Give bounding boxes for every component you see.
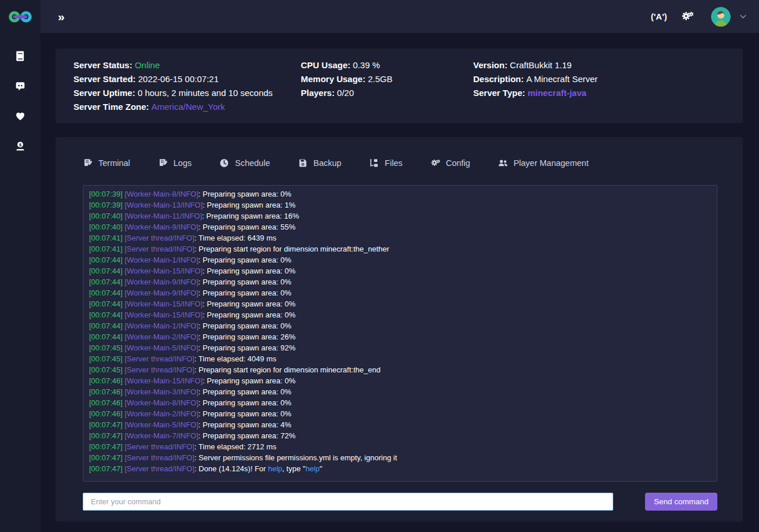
tab-backup[interactable]: Backup [298,158,341,168]
log-thread: [Worker-Main-11/INFO] [123,212,202,220]
log-thread: [Worker-Main-8/INFO] [123,190,198,198]
status-value: 0 hours, 2 minutes and 10 seconds [138,88,272,98]
command-input[interactable] [83,493,613,511]
sidebar-item-heart[interactable] [0,101,40,131]
backup-icon [298,158,308,168]
log-line: [00:07:44] [Worker-Main-2/INFO]: Prepari… [89,331,711,342]
tab-label: Backup [314,158,341,168]
tab-label: Player Management [514,158,589,168]
svg-text:$: $ [19,142,21,147]
crafty-logo-icon [8,9,32,24]
log-thread: [Worker-Main-9/INFO] [123,278,198,286]
log-timestamp: [00:07:47] [89,464,123,473]
log-thread: [Worker-Main-15/INFO] [123,267,202,275]
log-message: : Preparing spawn area: 0% [202,376,295,385]
language-icon[interactable]: ('A') [651,12,667,21]
log-timestamp: [00:07:41] [89,245,123,253]
log-message: : Preparing spawn area: 0% [198,409,291,418]
log-message: : Preparing spawn area: 92% [198,343,296,352]
heart-icon [15,111,25,121]
sidebar-nav: $ [0,41,40,161]
app-logo[interactable] [0,0,40,33]
send-command-button[interactable]: Send command [645,493,717,511]
tab-config[interactable]: Config [430,158,470,168]
tab-logs[interactable]: Logs [158,158,191,168]
tab-label: Files [385,158,403,168]
tab-label: Schedule [235,158,270,168]
log-line: [00:07:39] [Worker-Main-13/INFO]: Prepar… [89,200,711,210]
terminal-output[interactable]: [00:07:39] [Worker-Main-8/INFO]: Prepari… [83,185,717,482]
log-timestamp: [00:07:44] [89,311,123,319]
status-row: Server Uptime: 0 hours, 2 minutes and 10… [73,86,301,100]
log-timestamp: [00:07:44] [89,332,123,341]
log-message: : Preparing spawn area: 0% [198,278,291,286]
help-link[interactable]: help [268,464,282,473]
log-line: [00:07:44] [Worker-Main-15/INFO]: Prepar… [89,265,711,276]
log-message: : Preparing spawn area: 55% [198,223,296,231]
log-timestamp: [00:07:47] [89,420,123,429]
log-timestamp: [00:07:44] [89,278,123,286]
topbar: » ('A') [40,0,759,33]
log-thread: [Server thread/INFO] [123,234,194,242]
log-timestamp: [00:07:44] [89,322,123,330]
status-label: Server Time Zone: [73,102,152,112]
log-line: [00:07:47] [Server thread/INFO]: Server … [89,452,711,463]
status-value[interactable]: minecraft-java [528,88,587,98]
log-timestamp: [00:07:44] [89,300,123,308]
tab-files[interactable]: Files [369,158,403,168]
status-value: Online [135,60,160,70]
tab-schedule[interactable]: Schedule [219,158,270,168]
sidebar-item-discord[interactable] [0,71,40,101]
status-value[interactable]: America/New_York [152,102,225,112]
log-thread: [Worker-Main-1/INFO] [123,256,198,264]
sidebar-collapse-toggle[interactable]: » [58,10,64,23]
server-status-card: Server Status: OnlineServer Started: 202… [56,49,743,123]
help-link[interactable]: help [305,464,320,473]
log-timestamp: [00:07:44] [89,267,123,275]
log-message: , type " [282,464,305,473]
status-row: CPU Usage: 0.39 % [301,58,473,72]
status-label: Players: [301,88,337,98]
log-thread: [Worker-Main-3/INFO] [123,387,198,396]
log-message: : Preparing spawn area: 72% [198,431,296,440]
status-row: Server Time Zone: America/New_York [73,100,301,114]
log-line: [00:07:47] [Worker-Main-5/INFO]: Prepari… [89,419,711,430]
status-row: Server Started: 2022-06-15 00:07:21 [73,72,301,86]
log-timestamp: [00:07:46] [89,398,123,407]
log-message: : Preparing spawn area: 16% [202,212,299,220]
command-bar: Send command [83,493,717,511]
config-icon [430,158,440,168]
log-message: : Preparing spawn area: 4% [198,420,291,429]
log-thread: [Worker-Main-1/INFO] [123,322,198,330]
log-message: : Preparing spawn area: 0% [198,322,291,330]
log-message: : Preparing start region for dimension m… [194,245,389,253]
tab-label: Logs [174,158,191,168]
sidebar-item-donation[interactable]: $ [0,131,40,161]
sidebar: $ [0,0,40,532]
status-label: Description: [473,74,526,84]
log-line: [00:07:41] [Server thread/INFO]: Prepari… [89,243,711,254]
status-column: Server Status: OnlineServer Started: 202… [73,58,301,123]
logs-icon [158,158,168,168]
log-message: : Preparing spawn area: 1% [202,201,295,209]
tab-terminal[interactable]: Terminal [83,158,130,168]
files-icon [369,158,379,168]
log-line: [00:07:44] [Worker-Main-1/INFO]: Prepari… [89,254,711,265]
log-line: [00:07:46] [Worker-Main-2/INFO]: Prepari… [89,408,711,419]
sidebar-item-book[interactable] [0,41,40,71]
status-row: Server Type: minecraft-java [473,86,725,100]
status-label: Server Status: [73,60,135,70]
log-thread: [Worker-Main-9/INFO] [123,223,198,231]
log-thread: [Worker-Main-5/INFO] [123,343,198,352]
user-menu-caret-icon[interactable] [740,14,746,19]
settings-gears-icon[interactable] [681,11,694,22]
tab-label: Terminal [98,158,130,168]
tab-player-management[interactable]: Player Management [498,158,589,168]
log-message: : Preparing spawn area: 0% [198,190,291,198]
status-row: Players: 0/20 [301,86,473,100]
status-row: Version: CraftBukkit 1.19 [473,58,725,72]
schedule-icon [219,158,229,168]
user-avatar[interactable] [711,7,731,27]
log-line: [00:07:47] [Server thread/INFO]: Time el… [89,441,711,452]
log-message: : Preparing spawn area: 0% [202,267,295,275]
